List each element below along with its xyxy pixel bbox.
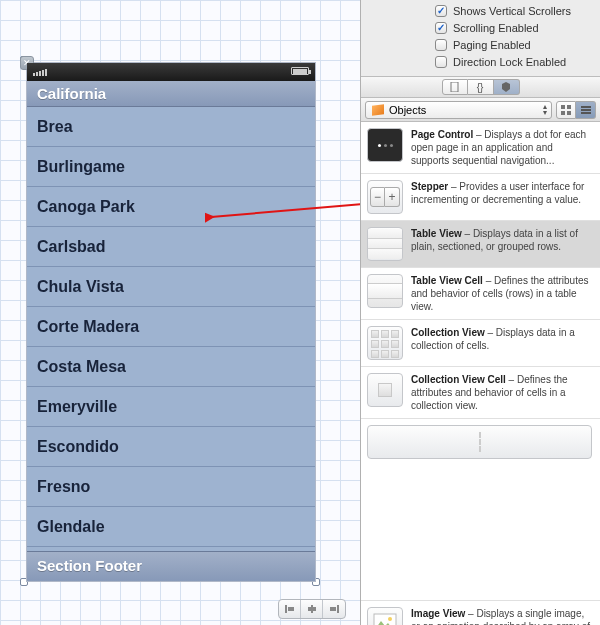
svg-rect-10 — [561, 111, 565, 115]
chevron-updown-icon: ▴▾ — [543, 104, 547, 116]
library-selector-label: Objects — [389, 104, 426, 116]
svg-rect-12 — [581, 106, 591, 108]
device-preview[interactable]: ✕ California Brea Burlingame Canoga Park… — [26, 62, 316, 582]
attr-label: Direction Lock Enabled — [453, 56, 566, 68]
inspector-tabs[interactable]: {} — [361, 76, 600, 98]
tab-object-icon[interactable] — [494, 79, 520, 95]
svg-rect-8 — [561, 105, 565, 109]
table-row[interactable]: Canoga Park — [27, 187, 315, 227]
svg-rect-11 — [567, 111, 571, 115]
attr-label: Shows Vertical Scrollers — [453, 5, 571, 17]
svg-rect-5 — [330, 607, 336, 611]
list-item-text: Stepper – Provides a user interface for … — [411, 180, 592, 214]
table-row[interactable]: Chula Vista — [27, 267, 315, 307]
canvas-area[interactable]: ✕ California Brea Burlingame Canoga Park… — [0, 0, 360, 625]
list-item[interactable]: Table View – Displays data in a list of … — [361, 221, 600, 268]
svg-point-16 — [388, 617, 392, 621]
table-view-icon — [367, 227, 403, 261]
svg-rect-1 — [288, 607, 294, 611]
attr-shows-vertical-scrollers[interactable]: ✓ Shows Vertical Scrollers — [361, 2, 600, 19]
attr-scrolling-enabled[interactable]: ✓ Scrolling Enabled — [361, 19, 600, 36]
tab-braces-icon[interactable]: {} — [468, 79, 494, 95]
checkbox-icon[interactable]: ✓ — [435, 5, 447, 17]
svg-rect-4 — [337, 605, 339, 613]
page-control-icon — [367, 128, 403, 162]
svg-rect-9 — [567, 105, 571, 109]
tab-file-icon[interactable] — [442, 79, 468, 95]
canvas-align-toolbar[interactable] — [278, 599, 346, 619]
library-selector[interactable]: Objects ▴▾ — [365, 101, 552, 119]
attr-direction-lock-enabled[interactable]: Direction Lock Enabled — [361, 53, 600, 70]
svg-rect-7 — [451, 82, 458, 92]
table-row[interactable]: Fresno — [27, 467, 315, 507]
checkbox-icon[interactable]: ✓ — [435, 22, 447, 34]
list-item-text: Page Control – Displays a dot for each o… — [411, 128, 592, 167]
align-center-button[interactable] — [301, 600, 323, 618]
align-left-button[interactable] — [279, 600, 301, 618]
list-item[interactable]: Collection View Cell – Defines the attri… — [361, 367, 600, 419]
signal-icon — [33, 69, 47, 76]
list-item-text: Collection View – Displays data in a col… — [411, 326, 592, 360]
image-view-icon — [367, 607, 403, 625]
attr-label: Scrolling Enabled — [453, 22, 539, 34]
library-bar: Objects ▴▾ — [361, 98, 600, 122]
cube-icon — [372, 104, 384, 116]
list-item-text: Collection View Cell – Defines the attri… — [411, 373, 592, 412]
checkbox-icon[interactable] — [435, 56, 447, 68]
attributes-section: ✓ Shows Vertical Scrollers ✓ Scrolling E… — [361, 0, 600, 76]
table-row[interactable]: Burlingame — [27, 147, 315, 187]
svg-rect-15 — [374, 614, 396, 625]
list-item[interactable]: Collection Reusable View – Defines the a… — [361, 419, 600, 601]
list-item[interactable]: Table View Cell – Defines the attributes… — [361, 268, 600, 320]
list-view-icon[interactable] — [576, 101, 596, 119]
collection-view-cell-icon — [367, 373, 403, 407]
table-view-cell-icon — [367, 274, 403, 308]
section-footer: Section Footer — [27, 551, 315, 581]
align-right-button[interactable] — [323, 600, 345, 618]
table-row[interactable]: Corte Madera — [27, 307, 315, 347]
object-library-list[interactable]: Page Control – Displays a dot for each o… — [361, 122, 600, 625]
list-item-text: Table View – Displays data in a list of … — [411, 227, 592, 261]
svg-rect-14 — [581, 112, 591, 114]
list-item-text: Image View – Displays a single image, or… — [411, 607, 592, 625]
table-row[interactable]: Costa Mesa — [27, 347, 315, 387]
collection-reusable-view-icon — [367, 425, 592, 459]
stepper-icon: −+ — [367, 180, 403, 214]
table-row[interactable]: Emeryville — [27, 387, 315, 427]
section-header: California — [27, 81, 315, 107]
list-item[interactable]: Collection View – Displays data in a col… — [361, 320, 600, 367]
attr-paging-enabled[interactable]: Paging Enabled — [361, 36, 600, 53]
checkbox-icon[interactable] — [435, 39, 447, 51]
svg-rect-0 — [285, 605, 287, 613]
svg-rect-3 — [308, 607, 316, 611]
table-row[interactable]: Escondido — [27, 427, 315, 467]
table-row[interactable]: Brea — [27, 107, 315, 147]
grid-view-icon[interactable] — [556, 101, 576, 119]
table-row[interactable]: Glendale — [27, 507, 315, 547]
svg-rect-13 — [581, 109, 591, 111]
status-bar — [27, 63, 315, 81]
list-item[interactable]: Image View – Displays a single image, or… — [361, 601, 600, 625]
inspector-panel: ✓ Shows Vertical Scrollers ✓ Scrolling E… — [360, 0, 600, 625]
attr-label: Paging Enabled — [453, 39, 531, 51]
table-row[interactable]: Carlsbad — [27, 227, 315, 267]
battery-icon — [291, 67, 309, 75]
list-item-text: Table View Cell – Defines the attributes… — [411, 274, 592, 313]
library-view-toggle[interactable] — [556, 101, 596, 119]
collection-view-icon — [367, 326, 403, 360]
table-view[interactable]: Brea Burlingame Canoga Park Carlsbad Chu… — [27, 107, 315, 551]
list-item[interactable]: Page Control – Displays a dot for each o… — [361, 122, 600, 174]
list-item[interactable]: −+ Stepper – Provides a user interface f… — [361, 174, 600, 221]
